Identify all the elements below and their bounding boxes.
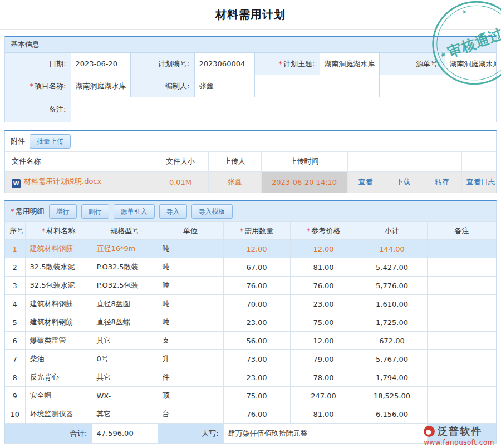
cell-subtotal: 5,427.00: [357, 258, 427, 277]
cell-qty[interactable]: 67.00: [223, 258, 290, 277]
cell-spec[interactable]: P.O32.5散装: [92, 258, 158, 277]
cell-remark[interactable]: [427, 295, 496, 313]
details-header-bar: *需用明细 增行 删行 源单引入 导入 导入模板: [5, 201, 496, 221]
empty-cell: [320, 75, 379, 97]
remark-field[interactable]: [71, 97, 496, 122]
cell-qty[interactable]: 12.00: [223, 240, 290, 258]
cell-spec[interactable]: 0号: [92, 350, 158, 368]
cell-price[interactable]: 76.00: [290, 277, 357, 295]
cell-price[interactable]: 81.00: [290, 405, 357, 424]
cell-seq: 7: [5, 350, 25, 368]
cell-material-name[interactable]: 32.5包装水泥: [25, 277, 92, 295]
cell-material-name[interactable]: 32.5散装水泥: [25, 258, 92, 277]
cell-price[interactable]: 12.00: [290, 240, 357, 258]
empty-cell: [445, 75, 496, 97]
cell-qty[interactable]: 73.00: [223, 350, 290, 368]
cell-unit[interactable]: 吨: [158, 258, 223, 277]
cell-unit[interactable]: 顶: [158, 387, 223, 405]
cell-unit[interactable]: 吨: [158, 313, 223, 332]
cell-unit[interactable]: 升: [158, 350, 223, 368]
cell-remark[interactable]: [427, 277, 496, 295]
cell-unit[interactable]: 件: [158, 368, 223, 387]
cell-spec[interactable]: 直径16*9m: [92, 240, 158, 258]
cell-seq: 3: [5, 277, 25, 295]
required-mark: *: [11, 207, 14, 215]
attachments-header-bar: 附件 批量上传: [5, 131, 496, 151]
cell-remark[interactable]: [427, 332, 496, 350]
source-field[interactable]: 湖南洞庭湖水库: [445, 53, 496, 75]
col-material-name: *材料名称: [25, 222, 92, 240]
cell-spec[interactable]: 其它: [92, 332, 158, 350]
cell-remark[interactable]: [427, 405, 496, 424]
cell-price[interactable]: 75.00: [290, 313, 357, 332]
cell-subtotal: 1,725.00: [357, 313, 427, 332]
cell-qty[interactable]: 76.00: [223, 277, 290, 295]
cell-price[interactable]: 12.00: [290, 332, 357, 350]
cell-remark[interactable]: [427, 387, 496, 405]
source-import-button[interactable]: 源单引入: [114, 204, 155, 219]
attachment-file-link[interactable]: 材料需用计划说明.docx: [24, 177, 101, 185]
import-button[interactable]: 导入: [159, 204, 187, 219]
col-file-name: 文件名称: [5, 151, 153, 171]
cell-remark[interactable]: [427, 368, 496, 387]
attachment-row: W材料需用计划说明.docx 0.01M 张鑫 2023-06-20 14:10…: [5, 171, 496, 193]
cell-unit[interactable]: 支: [158, 332, 223, 350]
cell-material-name[interactable]: 环境监测仪器: [25, 405, 92, 424]
cell-remark[interactable]: [427, 350, 496, 368]
cell-qty[interactable]: 75.00: [223, 387, 290, 405]
cell-qty[interactable]: 23.00: [223, 313, 290, 332]
remark-label: 备注:: [5, 97, 71, 122]
view-link[interactable]: 查看: [358, 178, 373, 186]
transfer-link[interactable]: 转存: [435, 178, 449, 186]
cell-unit[interactable]: 吨: [158, 295, 223, 313]
caps-value: 肆万柒仟伍佰玖拾陆元整: [223, 424, 427, 444]
cell-remark[interactable]: [427, 258, 496, 277]
cell-price[interactable]: 247.00: [290, 387, 357, 405]
cell-material-name[interactable]: 建筑材料钢筋: [25, 240, 92, 258]
cell-material-name[interactable]: 建筑材料钢筋: [25, 295, 92, 313]
cell-qty[interactable]: 70.00: [223, 295, 290, 313]
add-row-button[interactable]: 增行: [49, 204, 77, 219]
cell-remark[interactable]: [427, 240, 496, 258]
cell-material-name[interactable]: 柴油: [25, 350, 92, 368]
project-field[interactable]: 湖南洞庭湖水库: [71, 75, 130, 97]
date-field[interactable]: 2023-06-20: [71, 53, 130, 75]
cell-unit[interactable]: 台: [158, 405, 223, 424]
cell-material-name[interactable]: 安全帽: [25, 387, 92, 405]
action-cell: 转存: [423, 171, 461, 193]
empty-cell: [254, 75, 320, 97]
cell-material-name[interactable]: 爆破类雷管: [25, 332, 92, 350]
cell-spec[interactable]: P.O32.5包装: [92, 277, 158, 295]
cell-price[interactable]: 81.00: [290, 258, 357, 277]
cell-remark[interactable]: [427, 313, 496, 332]
cell-spec[interactable]: WX-: [92, 387, 158, 405]
delete-row-button[interactable]: 删行: [81, 204, 109, 219]
cell-price[interactable]: 78.00: [290, 368, 357, 387]
subject-field[interactable]: 湖南洞庭湖水库: [320, 53, 379, 75]
detail-row: 9 安全帽 WX- 顶 75.00 247.00 18,525.00: [5, 387, 496, 405]
caps-label: 大写:: [158, 424, 223, 444]
cell-qty[interactable]: 23.00: [223, 368, 290, 387]
cell-price[interactable]: 79.00: [290, 350, 357, 368]
action-cell: 下载: [384, 171, 423, 193]
import-template-button[interactable]: 导入模板: [191, 204, 233, 219]
cell-qty[interactable]: 56.00: [223, 332, 290, 350]
cell-price[interactable]: 23.00: [290, 295, 357, 313]
batch-upload-button[interactable]: 批量上传: [30, 134, 71, 149]
cell-material-name[interactable]: 反光背心: [25, 368, 92, 387]
cell-qty[interactable]: 76.00: [223, 405, 290, 424]
cell-material-name[interactable]: 建筑材料钢筋: [25, 313, 92, 332]
view-log-link[interactable]: 查看日志: [466, 178, 495, 186]
cell-spec[interactable]: 其它: [92, 405, 158, 424]
download-link[interactable]: 下载: [396, 178, 410, 186]
cell-spec[interactable]: 其它: [92, 368, 158, 387]
col-subtotal: 小计: [357, 222, 427, 240]
cell-spec[interactable]: 直径8盘螺: [92, 313, 158, 332]
cell-unit[interactable]: 吨: [158, 240, 223, 258]
cell-spec[interactable]: 直径8盘圆: [92, 295, 158, 313]
author-field[interactable]: 张鑫: [194, 75, 254, 97]
cell-unit[interactable]: 吨: [158, 277, 223, 295]
attachments-table: 文件名称 文件大小 上传人 上传时间 W材料需用计划说明.docx 0.01M …: [5, 151, 496, 193]
author-label: 编制人:: [130, 75, 194, 97]
vendor-brand-name: 泛普软件: [438, 425, 482, 438]
